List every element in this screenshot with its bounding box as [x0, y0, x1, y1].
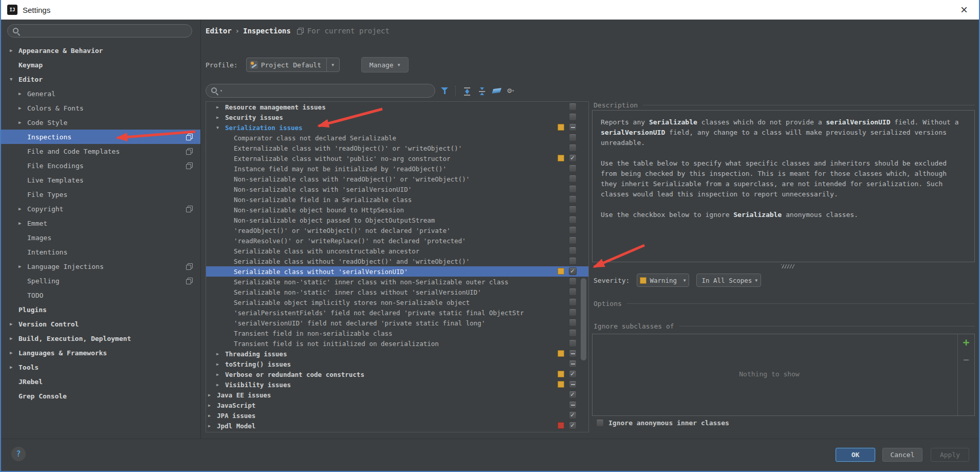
chevron-collapsed-icon[interactable]: ▶	[216, 362, 225, 367]
inspection-row[interactable]: Serializable non-'static' inner class wi…	[206, 287, 588, 297]
inspection-row[interactable]: Non-serializable class with 'serialVersi…	[206, 184, 588, 194]
chevron-collapsed-icon[interactable]: ▶	[19, 264, 27, 269]
inspection-enabled-checkbox[interactable]	[569, 422, 577, 429]
inspection-enabled-checkbox[interactable]	[569, 339, 577, 347]
chevron-collapsed-icon[interactable]: ▶	[10, 365, 19, 370]
inspection-enabled-checkbox[interactable]	[569, 298, 577, 306]
inspection-row[interactable]: Transient field is not initialized on de…	[206, 338, 588, 349]
inspection-enabled-checkbox[interactable]	[569, 103, 577, 111]
inspection-row[interactable]: Non-serializable object passed to Object…	[206, 215, 588, 225]
inspection-row[interactable]: ▼Serialization issues	[206, 122, 588, 133]
inspection-enabled-checkbox[interactable]	[569, 308, 577, 316]
apply-button[interactable]: Apply	[931, 448, 969, 462]
ignore-anonymous-checkbox[interactable]	[596, 419, 604, 427]
sidebar-item-file-encodings[interactable]: File Encodings	[1, 158, 200, 173]
chevron-collapsed-icon[interactable]: ▶	[19, 105, 27, 111]
inspection-row[interactable]: ▶Threading issues	[206, 349, 588, 359]
sidebar-item-emmet[interactable]: ▶Emmet	[1, 216, 200, 230]
sidebar-item-spelling[interactable]: Spelling	[1, 274, 200, 288]
inspection-enabled-checkbox[interactable]	[569, 195, 577, 203]
sidebar-item-tools[interactable]: ▶Tools	[1, 360, 200, 374]
inspection-enabled-checkbox[interactable]	[569, 154, 577, 162]
help-icon[interactable]: ?	[11, 447, 26, 461]
inspection-enabled-checkbox[interactable]	[569, 278, 577, 285]
inspection-row[interactable]: ▶Resource management issues	[206, 102, 588, 112]
add-icon[interactable]: +	[958, 337, 974, 348]
chevron-collapsed-icon[interactable]: ▶	[216, 372, 225, 377]
inspection-row[interactable]: Serializable class with unconstructable …	[206, 246, 588, 256]
chevron-collapsed-icon[interactable]: ▶	[216, 115, 225, 120]
inspection-row[interactable]: Serializable class without 'serialVersio…	[206, 266, 588, 277]
inspection-row[interactable]: Transient field in non-serializable clas…	[206, 328, 588, 338]
reset-filter-icon[interactable]	[492, 88, 501, 94]
expand-all-icon[interactable]	[463, 87, 471, 95]
resize-grip-icon[interactable]	[781, 264, 794, 268]
inspection-enabled-checkbox[interactable]	[569, 370, 577, 378]
inspection-row[interactable]: Instance field may not be initialized by…	[206, 164, 588, 174]
inspection-row[interactable]: Externalizable class with 'readObject()'…	[206, 143, 588, 153]
inspection-enabled-checkbox[interactable]	[569, 391, 577, 398]
chevron-collapsed-icon[interactable]: ▶	[19, 120, 27, 125]
sidebar-item-languages-frameworks[interactable]: ▶Languages & Frameworks	[1, 346, 200, 360]
inspection-enabled-checkbox[interactable]	[569, 380, 577, 388]
inspection-row[interactable]: 'readObject()' or 'writeObject()' not de…	[206, 225, 588, 235]
chevron-expanded-icon[interactable]: ▼	[216, 125, 225, 130]
inspection-enabled-checkbox[interactable]	[569, 144, 577, 152]
inspection-enabled-checkbox[interactable]	[569, 411, 577, 419]
chevron-collapsed-icon[interactable]: ▶	[10, 48, 19, 53]
chevron-collapsed-icon[interactable]: ▶	[10, 321, 19, 326]
chevron-collapsed-icon[interactable]: ▶	[19, 221, 27, 226]
inspection-enabled-checkbox[interactable]	[569, 350, 577, 357]
inspection-row[interactable]: Non-serializable field in a Serializable…	[206, 194, 588, 205]
inspection-row[interactable]: ▶Java EE issues	[206, 390, 588, 400]
sidebar-item-colors-fonts[interactable]: ▶Colors & Fonts	[1, 101, 200, 115]
inspection-row[interactable]: ▶Jpdl Model	[206, 421, 588, 431]
sidebar-item-inspections[interactable]: Inspections	[1, 130, 200, 144]
sidebar-item-live-templates[interactable]: Live Templates	[1, 173, 200, 187]
inspection-enabled-checkbox[interactable]	[569, 165, 577, 172]
chevron-collapsed-icon[interactable]: ▶	[208, 403, 217, 408]
inspection-row[interactable]: ▶Security issues	[206, 112, 588, 122]
inspection-row[interactable]: Serializable class without 'readObject()…	[206, 256, 588, 266]
sidebar-item-build-execution-deployment[interactable]: ▶Build, Execution, Deployment	[1, 331, 200, 346]
chevron-collapsed-icon[interactable]: ▶	[216, 383, 225, 387]
filter-funnel-icon[interactable]	[441, 87, 449, 95]
inspection-enabled-checkbox[interactable]	[569, 216, 577, 224]
chevron-collapsed-icon[interactable]: ▶	[216, 352, 225, 356]
ignore-subclasses-list[interactable]: Nothing to show + −	[592, 334, 975, 416]
inspection-enabled-checkbox[interactable]	[569, 247, 577, 255]
sidebar-item-copyright[interactable]: ▶Copyright	[1, 202, 200, 216]
sidebar-item-editor[interactable]: ▼Editor	[1, 72, 200, 86]
inspection-enabled-checkbox[interactable]	[569, 237, 577, 244]
inspection-enabled-checkbox[interactable]	[569, 319, 577, 326]
sidebar-item-appearance-behavior[interactable]: ▶Appearance & Behavior	[1, 43, 200, 58]
inspection-row[interactable]: ▶Verbose or redundant code constructs	[206, 369, 588, 379]
inspection-enabled-checkbox[interactable]	[569, 134, 577, 141]
sidebar-item-images[interactable]: Images	[1, 230, 200, 245]
tree-scrollbar-thumb[interactable]	[581, 278, 586, 360]
inspection-row[interactable]: Serializable non-'static' inner class wi…	[206, 277, 588, 287]
inspection-enabled-checkbox[interactable]	[569, 401, 577, 409]
inspection-enabled-checkbox[interactable]	[569, 185, 577, 193]
sidebar-item-version-control[interactable]: ▶Version Control	[1, 317, 200, 331]
inspection-search-input[interactable]: ▾	[206, 84, 435, 98]
inspection-row[interactable]: 'serialPersistentFields' field not decla…	[206, 307, 588, 318]
sidebar-item-keymap[interactable]: Keymap	[1, 58, 200, 72]
inspection-row[interactable]: Externalizable class without 'public' no…	[206, 153, 588, 164]
sidebar-item-code-style[interactable]: ▶Code Style	[1, 115, 200, 130]
inspection-enabled-checkbox[interactable]	[569, 257, 577, 265]
chevron-collapsed-icon[interactable]: ▶	[208, 393, 217, 397]
inspection-row[interactable]: 'serialVersionUID' field not declared 'p…	[206, 318, 588, 328]
chevron-down-icon[interactable]: ▼	[326, 58, 339, 71]
chevron-collapsed-icon[interactable]: ▶	[19, 206, 27, 211]
inspection-enabled-checkbox[interactable]	[569, 206, 577, 213]
chevron-expanded-icon[interactable]: ▼	[10, 77, 19, 82]
inspection-enabled-checkbox[interactable]	[569, 175, 577, 183]
sidebar-item-plugins[interactable]: Plugins	[1, 302, 200, 317]
inspection-row[interactable]: Non-serializable class with 'readObject(…	[206, 174, 588, 184]
chevron-collapsed-icon[interactable]: ▶	[10, 350, 19, 355]
inspection-enabled-checkbox[interactable]	[569, 288, 577, 296]
inspection-row[interactable]: 'readResolve()' or 'writeReplace()' not …	[206, 235, 588, 246]
gear-icon[interactable]: ⚙▾	[507, 87, 514, 95]
search-options-chevron-icon[interactable]: ▾	[220, 88, 223, 93]
